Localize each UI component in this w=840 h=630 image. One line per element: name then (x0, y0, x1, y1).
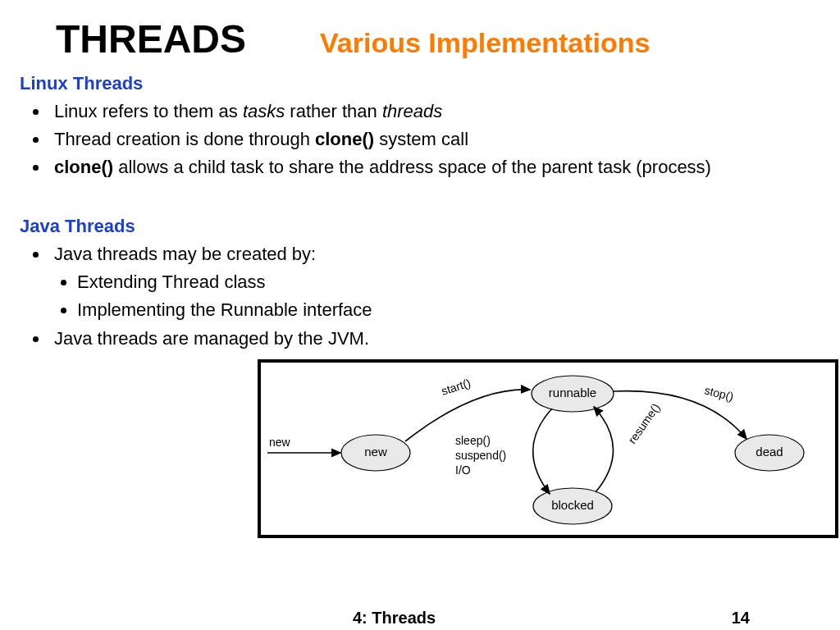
state-node-label: runnable (549, 386, 596, 399)
list-item: Linux refers to them as tasks rather tha… (49, 98, 820, 126)
sub-bullet-list: Extending Thread class Implementing the … (56, 268, 820, 324)
list-item: clone() allows a child task to share the… (49, 153, 820, 181)
list-item: Thread creation is done through clone() … (49, 126, 820, 153)
section-heading-java: Java Threads (20, 216, 820, 237)
state-diagram: new new runnable blocked dead start() sl… (258, 359, 838, 538)
text: rather than (285, 101, 382, 121)
edge-label-sleep3: I/O (455, 463, 471, 477)
bullet-list-linux: Linux refers to them as tasks rather tha… (28, 98, 820, 181)
page-subtitle: Various Implementations (320, 27, 650, 59)
state-node-label: new (364, 445, 387, 459)
text: Linux refers to them as (54, 101, 243, 121)
section-heading-linux: Linux Threads (20, 73, 820, 94)
footer-page-number: 14 (732, 609, 750, 628)
text-emph: threads (382, 101, 442, 121)
list-item: Java threads are managed by the JVM. (49, 325, 820, 353)
text-emph: tasks (243, 101, 285, 121)
edge-label-sleep2: suspend() (455, 449, 506, 462)
header: THREADS Various Implementations (56, 16, 820, 62)
spacer (20, 181, 820, 204)
state-node-label: dead (756, 445, 783, 459)
edge-label-sleep1: sleep() (455, 434, 491, 447)
slide: THREADS Various Implementations Linux Th… (0, 0, 840, 630)
list-item: Implementing the Runnable interface (77, 296, 820, 324)
bullet-list-java: Java threads may be created by: (28, 240, 820, 268)
text: system call (374, 129, 468, 149)
edge-label-entry: new (269, 436, 291, 449)
edge-sleep (533, 409, 552, 494)
text-bold: clone() (54, 157, 113, 177)
bullet-list-java-2: Java threads are managed by the JVM. (28, 325, 820, 353)
edge-label: resume() (625, 400, 662, 445)
edge-label: start() (440, 376, 472, 398)
edge-resume (594, 407, 614, 492)
text-bold: clone() (315, 129, 374, 149)
edge-label: stop() (703, 383, 735, 403)
footer-title: 4: Threads (353, 609, 436, 628)
list-item: Extending Thread class (77, 268, 820, 296)
text: Thread creation is done through (54, 129, 315, 149)
state-node-label: blocked (551, 498, 594, 512)
text: allows a child task to share the address… (113, 157, 711, 177)
page-title: THREADS (56, 16, 246, 62)
list-item: Java threads may be created by: (49, 240, 820, 268)
